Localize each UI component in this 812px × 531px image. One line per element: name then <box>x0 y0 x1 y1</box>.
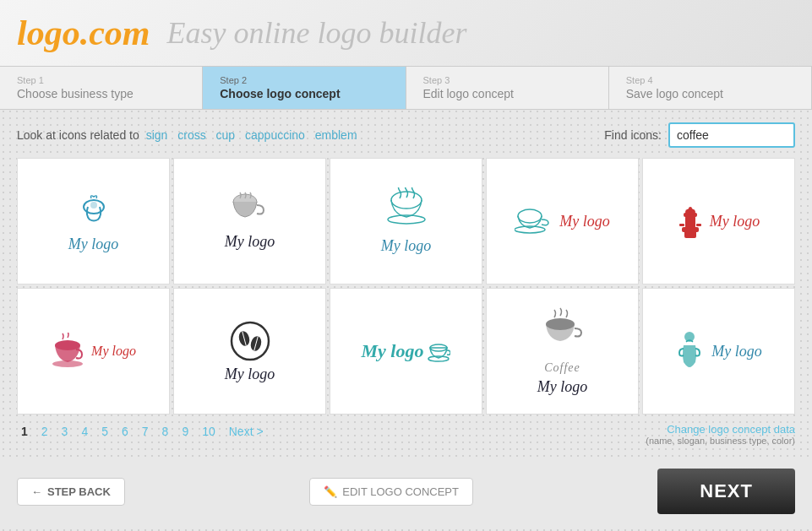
logo-icon-7 <box>229 320 271 362</box>
main-content: Look at icons related to sign cross cup … <box>0 110 812 458</box>
step2-num: Step 2 <box>220 75 388 85</box>
page-10[interactable]: 10 <box>198 423 220 440</box>
logo-cell-8[interactable]: My logo <box>330 288 482 415</box>
svg-rect-12 <box>689 207 692 213</box>
svg-point-23 <box>428 356 449 361</box>
svg-point-1 <box>90 202 97 209</box>
step-back-button[interactable]: ← STEP BACK <box>17 478 125 506</box>
svg-point-24 <box>546 318 575 330</box>
step-4[interactable]: Step 4 Save logo concept <box>609 67 812 109</box>
svg-point-6 <box>515 226 545 233</box>
bottom-bar: ← STEP BACK ✏️ EDIT LOGO CONCEPT NEXT <box>0 458 812 524</box>
logo-text-10: My logo <box>711 343 761 360</box>
next-button[interactable]: NEXT <box>657 469 795 514</box>
steps-bar: Step 1 Choose business type Step 2 Choos… <box>0 67 812 110</box>
tag-cross[interactable]: cross <box>177 128 205 142</box>
logo-cell-1[interactable]: My logo <box>17 158 170 284</box>
filter-bar: Look at icons related to sign cross cup … <box>17 122 795 148</box>
svg-point-16 <box>52 360 83 367</box>
pagination-next[interactable]: Next > <box>225 423 268 440</box>
tag-sign[interactable]: sign <box>146 128 168 142</box>
svg-rect-13 <box>679 224 684 226</box>
svg-rect-14 <box>696 224 701 226</box>
step-1[interactable]: Step 1 Choose business type <box>0 67 203 109</box>
back-arrow-icon: ← <box>31 485 42 498</box>
page-4[interactable]: 4 <box>77 423 92 440</box>
site-logo[interactable]: logo.com <box>17 13 150 53</box>
step4-num: Step 4 <box>626 75 794 85</box>
step1-label: Choose business type <box>17 87 185 100</box>
page-3[interactable]: 3 <box>57 423 73 440</box>
edit-logo-button[interactable]: ✏️ EDIT LOGO CONCEPT <box>309 478 473 506</box>
step3-num: Step 3 <box>423 75 591 85</box>
logo-icon-4 <box>515 204 553 238</box>
logo-cell-4[interactable]: My logo <box>486 158 639 284</box>
step4-label: Save logo concept <box>626 87 794 100</box>
look-at-label: Look at icons related to <box>17 128 139 142</box>
page-6[interactable]: 6 <box>117 423 133 440</box>
logo-text-8: My logo <box>362 340 424 362</box>
change-concept-sub: (name, slogan, business type, color) <box>646 436 795 446</box>
svg-rect-9 <box>685 215 695 229</box>
find-icons-label: Find icons: <box>604 128 662 142</box>
svg-point-17 <box>232 322 269 360</box>
logo-icon-6 <box>51 333 84 371</box>
step-3[interactable]: Step 3 Edit logo concept <box>406 67 609 109</box>
filter-tags-section: Look at icons related to sign cross cup … <box>17 128 361 142</box>
logo-text-5: My logo <box>710 213 760 230</box>
logo-cell-10[interactable]: My logo <box>642 288 795 415</box>
logo-cell-5[interactable]: My logo <box>642 158 795 284</box>
logo-text-1: My logo <box>68 236 118 253</box>
step3-label: Edit logo concept <box>423 87 591 100</box>
logo-cell-9[interactable]: Coffee My logo <box>486 288 639 415</box>
site-tagline: Easy online logo builder <box>166 15 466 51</box>
logo-cell-3[interactable]: My logo <box>330 158 482 284</box>
page-7[interactable]: 7 <box>138 423 153 440</box>
step2-label: Choose logo concept <box>220 87 388 100</box>
pagination: 1 2 3 4 5 6 7 8 9 10 Next > <box>17 423 268 440</box>
change-concept-section: Change logo concept data (name, slogan, … <box>646 423 795 446</box>
page-1[interactable]: 1 <box>17 423 32 440</box>
pencil-icon: ✏️ <box>324 485 337 498</box>
page-2[interactable]: 2 <box>37 423 52 440</box>
logo-icon-5 <box>678 200 703 242</box>
logo-icon-9 <box>537 307 588 358</box>
tag-cup[interactable]: cup <box>216 128 236 142</box>
logo-icon-8 <box>427 339 450 363</box>
logo-text-4: My logo <box>559 213 609 230</box>
logo-text-6: My logo <box>91 344 136 359</box>
logo-cell-6[interactable]: My logo <box>17 288 170 415</box>
logo-cell-2[interactable]: My logo <box>173 158 326 284</box>
step-2[interactable]: Step 2 Choose logo concept <box>203 67 406 109</box>
coffee-text: Coffee <box>544 361 580 375</box>
tag-emblem[interactable]: emblem <box>315 128 357 142</box>
logo-icon-3 <box>381 187 432 234</box>
search-input[interactable] <box>668 122 795 148</box>
tag-cappuccino[interactable]: cappuccino <box>245 128 305 142</box>
find-icons-section: Find icons: <box>604 122 795 148</box>
logo-cell-7[interactable]: My logo <box>173 288 326 415</box>
logo-text-9: My logo <box>537 378 587 396</box>
page-9[interactable]: 9 <box>177 423 193 440</box>
logo-text-3: My logo <box>381 237 431 255</box>
logo-text-7: My logo <box>225 366 275 383</box>
logo-icon-2 <box>226 192 273 230</box>
page-5[interactable]: 5 <box>97 423 112 440</box>
logo-icon-1 <box>73 190 115 232</box>
step1-num: Step 1 <box>17 75 185 85</box>
svg-point-5 <box>518 209 542 223</box>
logo-grid: My logo My logo <box>17 158 795 415</box>
svg-point-3 <box>391 192 422 209</box>
change-concept-link[interactable]: Change logo concept data <box>646 423 795 436</box>
logo-text-2: My logo <box>225 233 275 251</box>
logo-icon-10 <box>675 330 705 372</box>
page-8[interactable]: 8 <box>158 423 173 440</box>
header: logo.com Easy online logo builder <box>0 0 812 67</box>
